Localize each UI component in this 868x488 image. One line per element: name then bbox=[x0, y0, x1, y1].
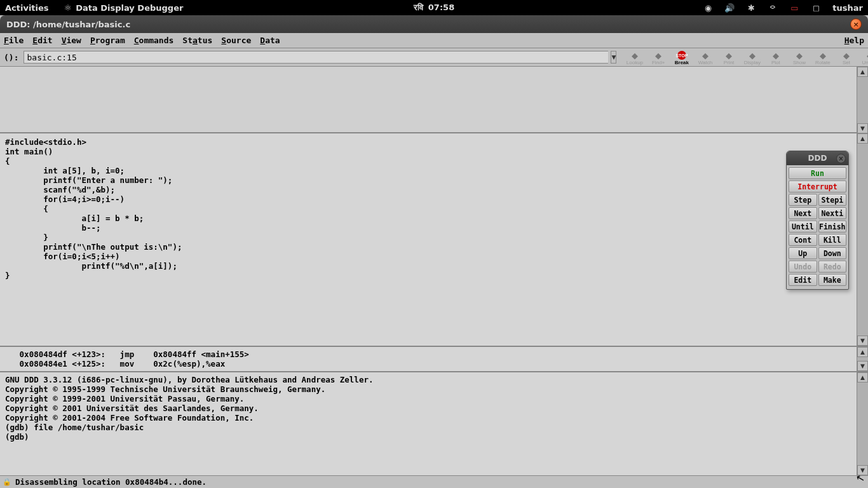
source-scrollbar[interactable]: ▲ ▼ bbox=[857, 133, 868, 346]
ddd-window: DDD: /home/tushar/basic.c × File Edit Vi… bbox=[0, 15, 868, 488]
cmd-step-button[interactable]: Step bbox=[789, 194, 817, 206]
cmd-run-button[interactable]: Run bbox=[789, 167, 846, 179]
print-button: ◆Print bbox=[717, 49, 740, 65]
toolbar-buttons: ◆Lookup◆Find»STOPBreak◆Watch◆Print◆Displ… bbox=[623, 49, 868, 65]
assembly-pane: 0x080484df <+123>: jmp 0x80484ff <main+1… bbox=[0, 347, 868, 372]
print-icon: ◆ bbox=[726, 51, 732, 60]
cmd-interrupt-button[interactable]: Interrupt bbox=[789, 180, 846, 193]
watch-icon: ◆ bbox=[702, 51, 709, 60]
source-pane: #include<stdio.h> int main() { int a[5],… bbox=[0, 133, 868, 347]
app-menu[interactable]: ⚛ Data Display Debugger bbox=[64, 3, 184, 13]
scroll-down-icon[interactable]: ▼ bbox=[857, 361, 868, 371]
cmd-up-button[interactable]: Up bbox=[789, 247, 817, 259]
argument-label: (): bbox=[4, 53, 18, 62]
set-icon: ◆ bbox=[843, 51, 850, 60]
menu-commands[interactable]: Commands bbox=[134, 36, 174, 45]
gdb-console[interactable]: GNU DDD 3.3.12 (i686-pc-linux-gnu), by D… bbox=[0, 372, 857, 475]
cmd-finish-button[interactable]: Finish bbox=[818, 220, 847, 233]
scroll-up-icon[interactable]: ▲ bbox=[857, 67, 868, 77]
display-button: ◆Display bbox=[740, 49, 764, 65]
cmd-edit-button[interactable]: Edit bbox=[789, 274, 817, 286]
cmd-kill-button[interactable]: Kill bbox=[818, 234, 847, 246]
toolbar-button-label: Find» bbox=[652, 60, 665, 65]
asm-scrollbar[interactable]: ▲ ▼ bbox=[857, 347, 868, 371]
toolbar-button-label: Plot bbox=[771, 60, 780, 65]
cmd-next-button[interactable]: Next bbox=[789, 207, 817, 219]
undisp-button: ◆Undisp bbox=[858, 49, 868, 65]
assembly-text[interactable]: 0x080484df <+123>: jmp 0x80484ff <main+1… bbox=[0, 347, 857, 371]
gdb-console-pane: GNU DDD 3.3.12 (i686-pc-linux-gnu), by D… bbox=[0, 372, 868, 475]
toolbar-button-label: Watch bbox=[698, 60, 712, 65]
clock-day: रवि bbox=[414, 3, 423, 13]
window-titlebar[interactable]: DDD: /home/tushar/basic.c × bbox=[0, 15, 868, 33]
lookup-button: ◆Lookup bbox=[623, 49, 646, 65]
argument-dropdown[interactable]: ▼ bbox=[611, 51, 616, 64]
menu-help[interactable]: Help bbox=[844, 36, 864, 45]
menu-file[interactable]: File bbox=[4, 36, 24, 45]
toolbar-button-label: Break bbox=[675, 60, 689, 65]
menubar: File Edit View Program Commands Status S… bbox=[0, 33, 868, 48]
scroll-down-icon[interactable]: ▼ bbox=[857, 123, 868, 133]
cmd-until-button[interactable]: Until bbox=[789, 220, 817, 233]
clock[interactable]: रवि 07:58 bbox=[414, 3, 454, 13]
user-menu[interactable]: tushar bbox=[832, 3, 863, 13]
menu-view[interactable]: View bbox=[62, 36, 81, 45]
chat-icon[interactable]: ◻ bbox=[811, 3, 821, 13]
command-tool-header[interactable]: DDD × bbox=[787, 151, 848, 165]
menu-data[interactable]: Data bbox=[260, 36, 280, 45]
toolbar: (): ▼ ◆Lookup◆Find»STOPBreak◆Watch◆Print… bbox=[0, 48, 868, 67]
bluetooth-icon[interactable]: ✱ bbox=[746, 3, 756, 13]
cmd-cont-button[interactable]: Cont bbox=[789, 234, 817, 246]
cmd-down-button[interactable]: Down bbox=[818, 247, 847, 259]
lookup-icon: ◆ bbox=[632, 51, 638, 60]
scroll-up-icon[interactable]: ▲ bbox=[857, 347, 868, 357]
lock-icon: 🔒 bbox=[3, 478, 11, 486]
clock-time: 07:58 bbox=[428, 3, 454, 13]
toolbar-button-label: Show bbox=[793, 60, 806, 65]
activities-button[interactable]: Activities bbox=[5, 3, 49, 13]
watch-button: ◆Watch bbox=[693, 49, 717, 65]
status-bar: 🔒 Disassembling location 0x80484b4...don… bbox=[0, 475, 868, 488]
data-display-pane[interactable] bbox=[0, 67, 857, 133]
scroll-down-icon[interactable]: ▼ bbox=[857, 336, 868, 346]
find-button: ◆Find» bbox=[646, 49, 670, 65]
show-icon: ◆ bbox=[796, 51, 803, 60]
volume-icon[interactable]: 🔊 bbox=[724, 3, 735, 13]
command-tool-close[interactable]: × bbox=[836, 154, 846, 163]
break-button[interactable]: STOPBreak bbox=[670, 49, 693, 65]
set-button: ◆Set bbox=[834, 49, 858, 65]
command-tool-panel[interactable]: DDD × RunInterruptStepStepiNextNextiUnti… bbox=[786, 151, 849, 290]
argument-input[interactable] bbox=[24, 51, 608, 64]
app-menu-label: Data Display Debugger bbox=[76, 3, 183, 13]
rotate-icon: ◆ bbox=[820, 51, 826, 60]
toolbar-button-label: Display bbox=[744, 60, 761, 65]
menu-edit[interactable]: Edit bbox=[32, 36, 52, 45]
show-button: ◆Show bbox=[787, 49, 811, 65]
data-pane-wrap: ▲ ▼ bbox=[0, 67, 868, 133]
data-pane-scrollbar[interactable]: ▲ ▼ bbox=[857, 67, 868, 133]
display-icon: ◆ bbox=[749, 51, 756, 60]
console-scrollbar[interactable]: ▲ ▼ bbox=[857, 372, 868, 475]
wifi-icon[interactable]: ⌔ bbox=[768, 3, 778, 13]
plot-icon: ◆ bbox=[773, 51, 779, 60]
toolbar-button-label: Rotate bbox=[815, 60, 831, 65]
toolbar-button-label: Print bbox=[724, 60, 734, 65]
cmd-make-button[interactable]: Make bbox=[818, 274, 847, 286]
source-code[interactable]: #include<stdio.h> int main() { int a[5],… bbox=[0, 133, 857, 346]
cmd-redo-button: Redo bbox=[818, 261, 847, 273]
cmd-nexti-button[interactable]: Nexti bbox=[818, 207, 847, 219]
close-button[interactable]: × bbox=[850, 18, 862, 30]
window-title: DDD: /home/tushar/basic.c bbox=[6, 20, 130, 29]
toolbar-button-label: Lookup bbox=[627, 60, 643, 65]
accessibility-icon[interactable]: ◉ bbox=[703, 3, 713, 13]
menu-source[interactable]: Source bbox=[221, 36, 251, 45]
rotate-button: ◆Rotate bbox=[811, 49, 834, 65]
battery-icon[interactable]: ▭ bbox=[789, 3, 799, 13]
scroll-up-icon[interactable]: ▲ bbox=[857, 372, 868, 383]
status-text: Disassembling location 0x80484b4...done. bbox=[15, 477, 207, 487]
menu-status[interactable]: Status bbox=[182, 36, 212, 45]
menu-program[interactable]: Program bbox=[90, 36, 125, 45]
scroll-up-icon[interactable]: ▲ bbox=[857, 133, 868, 144]
app-icon: ⚛ bbox=[64, 3, 72, 13]
cmd-stepi-button[interactable]: Stepi bbox=[818, 194, 847, 206]
